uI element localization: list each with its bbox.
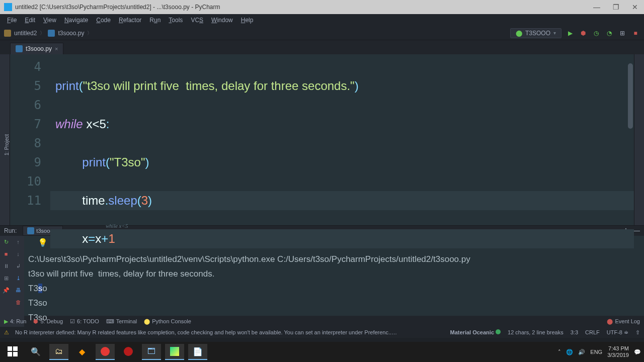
intention-bulb-icon[interactable]: 💡: [38, 233, 48, 252]
app-icon: [4, 3, 12, 11]
maximize-button[interactable]: ❐: [611, 3, 621, 11]
attach-button[interactable]: ⊞: [618, 29, 627, 38]
editor-tab[interactable]: t3sooo.py ×: [10, 43, 63, 54]
tray-chevron-icon[interactable]: ˄: [558, 349, 561, 355]
menu-run[interactable]: Run: [145, 16, 165, 25]
titlebar: untitled2 [C:\Users\t3so\PycharmProjects…: [0, 0, 644, 14]
menu-navigate[interactable]: Navigate: [60, 16, 92, 25]
context-breadcrumb: while x<5: [101, 216, 624, 225]
sublime-app[interactable]: ◆: [72, 344, 92, 360]
python-file-icon: [48, 30, 55, 37]
navigation-bar: untitled2 〉 t3sooo.py 〉 ⬤ T3SOOO ▾ ▶ ⬢ ◷…: [0, 26, 644, 40]
up-button[interactable]: ↑: [14, 238, 22, 246]
debug-button[interactable]: ⬢: [579, 29, 588, 38]
pycharm-app[interactable]: [165, 344, 184, 360]
close-button[interactable]: ✕: [630, 3, 640, 11]
right-tool-strip: [634, 54, 644, 225]
windows-taskbar: 🔍 🗂 ◆ 🗔 📄 ˄ 🌐 🔊 ENG 7:43 PM 3/3/2019 💬: [0, 342, 644, 362]
menu-file[interactable]: File: [3, 16, 21, 25]
run-configuration-selector[interactable]: ⬤ T3SOOO ▾: [510, 28, 561, 38]
search-button[interactable]: 🔍: [26, 344, 45, 360]
editor-scrollbar[interactable]: [628, 63, 633, 129]
output-line: T3so: [28, 298, 47, 308]
folder-icon: [4, 30, 11, 37]
pause-output-button[interactable]: ⏸: [2, 262, 10, 270]
output-line: T3so: [28, 284, 47, 293]
run-button[interactable]: ▶: [566, 29, 575, 38]
left-tool-strip: 1: Project: [0, 54, 10, 225]
down-button[interactable]: ↓: [14, 250, 22, 258]
python-file-icon: [16, 45, 23, 52]
line-number-gutter: 4 5 6 7 8 9 10 11: [10, 54, 50, 225]
opera-app[interactable]: [119, 344, 138, 360]
breadcrumb: untitled2 〉 t3sooo.py 〉: [4, 30, 92, 37]
scroll-to-end-button[interactable]: ⤓: [14, 274, 22, 282]
tray-clock[interactable]: 7:43 PM 3/3/2019: [607, 345, 629, 358]
tab-run[interactable]: ▶4: Run: [4, 318, 26, 325]
rerun-button[interactable]: ↻: [2, 238, 10, 246]
svg-rect-1: [13, 346, 18, 351]
run-left-toolbar-2: ↑ ↓ ↲ ⤓ 🖶 🗑: [12, 236, 24, 327]
code-content[interactable]: print("t3so will print five times, delay…: [50, 54, 634, 225]
pin-button[interactable]: 📌: [2, 286, 10, 294]
close-tab-button[interactable]: ×: [55, 46, 58, 52]
code-line-8[interactable]: 💡 x=x+1: [50, 229, 634, 248]
coverage-button[interactable]: ◷: [592, 29, 601, 38]
menu-window[interactable]: Window: [207, 16, 237, 25]
clear-button[interactable]: 🗑: [14, 298, 22, 306]
notifications-button[interactable]: 💬: [634, 349, 641, 355]
menu-code[interactable]: Code: [92, 16, 115, 25]
recorder-app[interactable]: [96, 344, 115, 360]
menu-refactor[interactable]: Refactor: [115, 16, 145, 25]
project-tool-button[interactable]: 1: Project: [4, 134, 10, 155]
profile-button[interactable]: ◔: [605, 29, 614, 38]
minimize-button[interactable]: —: [592, 3, 602, 11]
breadcrumb-project[interactable]: untitled2: [14, 30, 37, 37]
warning-icon: ⚠: [4, 329, 9, 336]
python-file-icon: [27, 227, 34, 234]
run-left-toolbar: ↻ ■ ⏸ ⊞ 📌: [0, 236, 12, 327]
chevron-right-icon: 〉: [40, 30, 45, 37]
readonly-lock-icon[interactable]: ⇧: [635, 329, 640, 336]
menu-view[interactable]: View: [39, 16, 60, 25]
menu-help[interactable]: Help: [237, 16, 258, 25]
tray-language[interactable]: ENG: [590, 349, 602, 355]
breadcrumb-file[interactable]: t3sooo.py: [58, 30, 84, 37]
menu-edit[interactable]: Edit: [21, 16, 39, 25]
svg-rect-3: [13, 352, 18, 356]
system-tray: ˄ 🌐 🔊 ENG 7:43 PM 3/3/2019 💬: [558, 345, 641, 358]
stop-button[interactable]: ■: [631, 29, 640, 38]
editor-tab-label: t3sooo.py: [26, 45, 52, 52]
code-line-5[interactable]: while x<5:: [50, 115, 634, 134]
wrap-button[interactable]: ↲: [14, 262, 22, 270]
code-editor[interactable]: 4 5 6 7 8 9 10 11 print("t3so will print…: [10, 54, 634, 225]
editor-tabs-bar: t3sooo.py ×: [0, 40, 644, 54]
print-button[interactable]: 🖶: [14, 286, 22, 294]
window-title: untitled2 [C:\Users\t3so\PycharmProjects…: [15, 4, 592, 11]
notepad-app[interactable]: 📄: [188, 344, 207, 360]
run-panel-hide-button[interactable]: —: [634, 227, 640, 234]
menu-vcs[interactable]: VCS: [187, 16, 207, 25]
start-button[interactable]: [3, 344, 22, 360]
menubar: File Edit View Navigate Code Refactor Ru…: [0, 14, 644, 26]
menu-tools[interactable]: Tools: [165, 16, 187, 25]
code-line-6[interactable]: print("T3so"): [50, 153, 634, 172]
code-line-7[interactable]: time.sleep(3): [50, 191, 634, 210]
tray-volume-icon[interactable]: 🔊: [578, 349, 585, 355]
file-explorer-app[interactable]: 🗂: [49, 344, 68, 360]
explorer-window-app[interactable]: 🗔: [142, 344, 161, 360]
run-panel-label: Run:: [4, 227, 17, 234]
code-line-9[interactable]: [50, 267, 634, 287]
code-line-4[interactable]: print("t3so will print five times, delay…: [50, 76, 634, 96]
layout-button[interactable]: ⊞: [2, 274, 10, 282]
svg-rect-0: [8, 346, 12, 351]
svg-rect-2: [8, 352, 12, 356]
chevron-right-icon: 〉: [87, 30, 92, 37]
run-config-name: T3SOOO: [525, 30, 550, 37]
tray-network-icon[interactable]: 🌐: [566, 349, 573, 355]
chevron-down-icon: ▾: [553, 30, 556, 36]
stop-process-button[interactable]: ■: [2, 250, 10, 258]
code-line-10[interactable]: [50, 306, 634, 325]
